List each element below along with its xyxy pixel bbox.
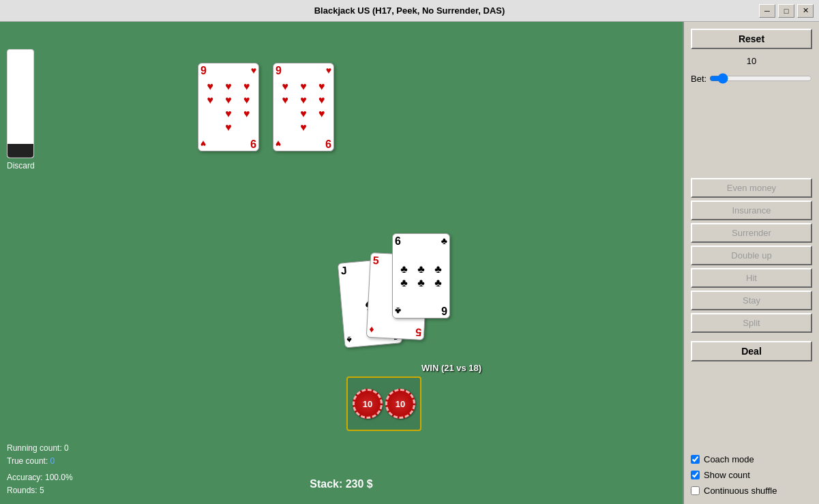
player-card-1-rank: J <box>340 265 347 277</box>
dealer-card-2-center: ♥♥♥ ♥♥♥ ♥♥ ♥ <box>276 79 331 135</box>
restore-button[interactable]: □ <box>778 4 794 18</box>
win-text: WIN (21 vs 18) <box>421 363 481 373</box>
split-button[interactable]: Split <box>691 313 812 333</box>
dealer-card-2-suit-bot: ♥ <box>276 138 281 149</box>
dealer-card-1-suit: ♥ <box>251 65 256 75</box>
continuous-shuffle-row[interactable]: Continuous shuffle <box>691 486 812 496</box>
bet-slider[interactable] <box>709 73 812 84</box>
rounds: Rounds: 5 <box>7 484 73 497</box>
show-count-label: Show count <box>704 470 750 480</box>
reset-button[interactable]: Reset <box>691 29 812 49</box>
deal-button[interactable]: Deal <box>691 341 812 361</box>
player-card-3: 6 ♣ ♣♣♣ ♣♣♣ 6 ♣ <box>392 233 450 318</box>
chip-2[interactable]: 10 <box>385 389 415 419</box>
window-title: Blackjack US (H17, Peek, No Surrender, D… <box>60 5 759 16</box>
dealer-card-1-rank: 9 <box>200 65 207 76</box>
coach-mode-label: Coach mode <box>704 454 754 464</box>
bet-label: Bet: <box>691 74 706 84</box>
stay-button[interactable]: Stay <box>691 291 812 310</box>
stack-text: Stack: 230 $ <box>0 478 683 490</box>
discard-area: Discard <box>7 49 35 171</box>
player-card-3-center: ♣♣♣ ♣♣♣ <box>395 262 447 291</box>
dealer-card-2-rank: 9 <box>276 65 282 76</box>
window-controls: ─ □ ✕ <box>759 4 814 18</box>
bet-value-display: 10 <box>691 56 812 66</box>
hit-button[interactable]: Hit <box>691 268 812 288</box>
discard-label: Discard <box>7 161 35 171</box>
insurance-button[interactable]: Insurance <box>691 201 812 220</box>
coach-mode-row[interactable]: Coach mode <box>691 454 812 464</box>
running-count: Running count: 0 <box>7 442 73 455</box>
show-count-checkbox[interactable] <box>691 471 700 479</box>
dealer-card-1: 9 ♥ ♥♥♥ ♥♥♥ ♥♥ ♥ 9 ♥ <box>198 63 259 151</box>
game-area: Discard 9 ♥ ♥♥♥ ♥♥♥ ♥♥ ♥ 9 ♥ 9 ♥ <box>0 22 683 504</box>
dealer-card-2-rank-bot: 9 <box>325 138 331 149</box>
coach-mode-checkbox[interactable] <box>691 455 700 464</box>
stats-area: Running count: 0 True count: 0 Accuracy:… <box>7 442 73 497</box>
title-bar: Blackjack US (H17, Peek, No Surrender, D… <box>0 0 819 22</box>
even-money-button[interactable]: Even money <box>691 178 812 198</box>
options-section: Coach mode Show count Continuous shuffle <box>691 453 812 497</box>
show-count-row[interactable]: Show count <box>691 470 812 480</box>
main-container: Discard 9 ♥ ♥♥♥ ♥♥♥ ♥♥ ♥ 9 ♥ 9 ♥ <box>0 22 819 504</box>
sidebar: Reset 10 Bet: Even money Insurance Surre… <box>683 22 819 504</box>
minimize-button[interactable]: ─ <box>759 4 775 18</box>
dealer-card-1-suit-bot: ♥ <box>200 138 206 149</box>
surrender-button[interactable]: Surrender <box>691 223 812 243</box>
double-up-button[interactable]: Double up <box>691 246 812 265</box>
continuous-shuffle-label: Continuous shuffle <box>704 486 777 496</box>
action-buttons: Even money Insurance Surrender Double up… <box>691 178 812 333</box>
discard-pile <box>7 49 34 158</box>
true-count: True count: 0 <box>7 455 73 468</box>
close-button[interactable]: ✕ <box>797 4 814 18</box>
dealer-card-1-rank-bot: 9 <box>250 138 256 149</box>
dealer-card-1-center: ♥♥♥ ♥♥♥ ♥♥ ♥ <box>200 79 256 135</box>
accuracy: Accuracy: 100.0% <box>7 471 73 484</box>
chip-1[interactable]: 10 <box>353 389 383 419</box>
player-card-3-rank: 6 <box>395 236 401 247</box>
player-card-3-suit: ♣ <box>441 236 447 247</box>
chips-area: 10 10 <box>346 376 421 431</box>
continuous-shuffle-checkbox[interactable] <box>691 486 700 495</box>
bet-row: Bet: <box>691 72 812 85</box>
dealer-card-2: 9 ♥ ♥♥♥ ♥♥♥ ♥♥ ♥ 9 ♥ <box>273 63 334 151</box>
discard-black <box>8 144 33 158</box>
dealer-card-2-suit: ♥ <box>326 65 331 75</box>
player-card-2-rank: 5 <box>372 255 379 266</box>
